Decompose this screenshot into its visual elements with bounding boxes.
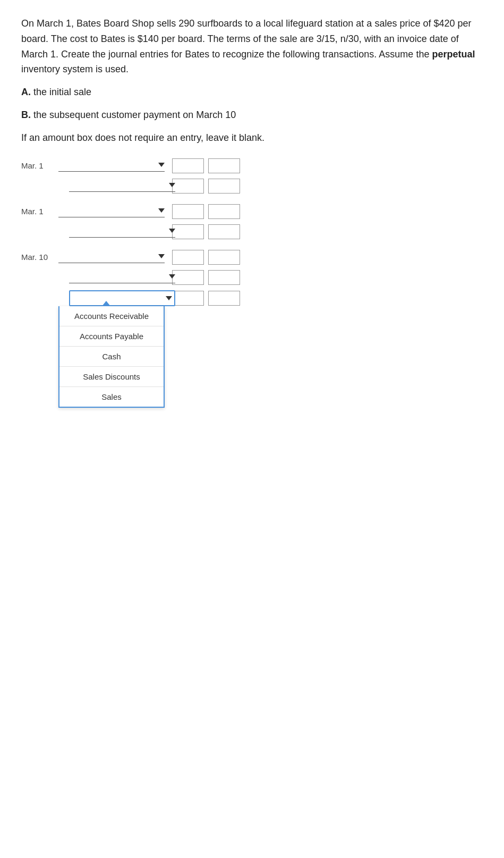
dropdown-arrow-3-1 xyxy=(158,254,165,258)
dropdown-option-accounts-receivable[interactable]: Accounts Receivable xyxy=(59,306,164,326)
dropdown-pointer xyxy=(102,301,110,306)
dropdown-arrow-2-1 xyxy=(158,208,165,213)
debit-input-1-1[interactable] xyxy=(172,158,204,173)
credit-input-1-1[interactable] xyxy=(208,158,240,173)
part-a: A. the initial sale xyxy=(21,85,483,100)
journal-group-1: Mar. 1 xyxy=(21,158,483,194)
bold-perpetual: perpetual xyxy=(432,49,475,60)
account-select-1-2[interactable] xyxy=(58,180,165,192)
date-label-mar10: Mar. 10 xyxy=(21,253,58,262)
date-label-mar1-b: Mar. 1 xyxy=(21,207,58,216)
account-dropdown-1-1[interactable] xyxy=(58,159,165,172)
selected-account-3-3 xyxy=(72,293,164,304)
journal-row-3-1: Mar. 10 xyxy=(21,250,483,265)
account-select-3-2[interactable] xyxy=(58,271,165,283)
account-select-2-2[interactable] xyxy=(58,225,165,238)
problem-text: On March 1, Bates Board Shop sells 290 s… xyxy=(21,16,483,146)
account-select-2-1[interactable] xyxy=(58,205,165,217)
account-dropdown-2-1[interactable] xyxy=(58,205,165,217)
selected-account-3-1 xyxy=(58,251,156,262)
selected-account-3-2 xyxy=(69,271,167,282)
debit-input-3-3[interactable] xyxy=(172,291,204,306)
journal-row-1-1: Mar. 1 xyxy=(21,158,483,173)
date-label-mar1-a: Mar. 1 xyxy=(21,161,58,170)
part-b: B. the subsequent customer payment on Ma… xyxy=(21,107,483,123)
credit-input-2-1[interactable] xyxy=(208,204,240,219)
part-b-label: B. xyxy=(21,110,31,120)
part-a-label: A. xyxy=(21,87,31,97)
debit-input-3-2[interactable] xyxy=(172,270,204,285)
main-text-end: inventory system is used. xyxy=(21,64,129,74)
journal-section: Mar. 1 Mar. 1 xyxy=(21,158,483,306)
account-dropdown-3-1[interactable] xyxy=(58,251,165,263)
credit-input-1-2[interactable] xyxy=(208,179,240,194)
instruction-text: If an amount box does not require an ent… xyxy=(21,130,483,146)
credit-input-3-2[interactable] xyxy=(208,270,240,285)
dropdown-arrow-3-3 xyxy=(166,296,172,300)
debit-input-1-2[interactable] xyxy=(172,179,204,194)
account-dropdown-3-2[interactable] xyxy=(69,271,175,283)
dropdown-option-cash[interactable]: Cash xyxy=(59,347,164,367)
credit-input-3-3[interactable] xyxy=(208,291,240,306)
account-select-3-3-active[interactable]: Accounts Receivable Accounts Payable Cas… xyxy=(58,290,165,306)
journal-row-3-2 xyxy=(21,270,483,285)
journal-row-2-1: Mar. 1 xyxy=(21,204,483,219)
debit-input-2-1[interactable] xyxy=(172,204,204,219)
account-dropdown-3-3[interactable] xyxy=(69,290,175,306)
dropdown-arrow-1-2 xyxy=(169,183,175,187)
account-dropdown-2-2[interactable] xyxy=(69,225,175,238)
selected-account-1-2 xyxy=(69,180,167,190)
journal-row-1-2 xyxy=(21,179,483,194)
part-a-text: the initial sale xyxy=(31,87,91,97)
dropdown-option-accounts-payable[interactable]: Accounts Payable xyxy=(59,326,164,347)
debit-input-3-1[interactable] xyxy=(172,250,204,265)
dropdown-arrow-3-2 xyxy=(169,274,175,279)
dropdown-menu-open: Accounts Receivable Accounts Payable Cas… xyxy=(58,306,165,408)
dropdown-arrow-1-1 xyxy=(158,163,165,167)
credit-input-3-1[interactable] xyxy=(208,250,240,265)
main-paragraph: On March 1, Bates Board Shop sells 290 s… xyxy=(21,16,483,77)
account-dropdown-1-2[interactable] xyxy=(69,180,175,192)
account-select-3-1[interactable] xyxy=(58,251,165,263)
dropdown-arrow-2-2 xyxy=(169,229,175,233)
credit-input-2-2[interactable] xyxy=(208,224,240,239)
selected-account-2-1 xyxy=(58,205,156,216)
part-b-text: the subsequent customer payment on March… xyxy=(31,110,236,120)
account-select-1-1[interactable] xyxy=(58,159,165,172)
journal-group-2: Mar. 1 xyxy=(21,204,483,239)
dropdown-option-sales-discounts[interactable]: Sales Discounts xyxy=(59,367,164,387)
main-text-start: On March 1, Bates Board Shop sells 290 s… xyxy=(21,18,472,60)
debit-input-2-2[interactable] xyxy=(172,224,204,239)
journal-row-2-2 xyxy=(21,224,483,239)
dropdown-option-sales[interactable]: Sales xyxy=(59,387,164,407)
journal-row-3-3: Accounts Receivable Accounts Payable Cas… xyxy=(21,290,483,306)
journal-group-3: Mar. 10 xyxy=(21,250,483,306)
selected-account-1-1 xyxy=(58,159,156,170)
selected-account-2-2 xyxy=(69,225,167,236)
